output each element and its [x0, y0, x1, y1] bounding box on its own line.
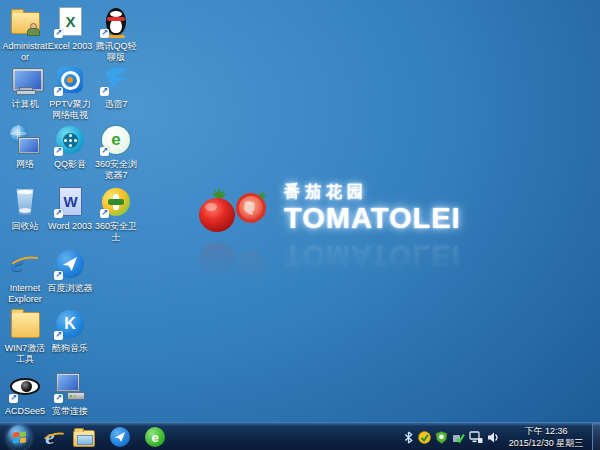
- recycle-bin-icon: [15, 189, 35, 215]
- show-desktop-button[interactable]: [592, 423, 600, 450]
- icon-label: 百度浏览器: [47, 283, 93, 294]
- tomatoes-icon: [196, 178, 272, 238]
- icon-label: Excel 2003: [47, 41, 93, 52]
- start-button[interactable]: [7, 425, 31, 449]
- desktop-icon-360-safe[interactable]: 360安全卫士: [93, 186, 139, 243]
- desktop-icon-broadband-connection[interactable]: 宽带连接: [47, 371, 93, 417]
- icon-label: Administrator: [2, 41, 48, 63]
- desktop-icon-baidu-browser[interactable]: 百度浏览器: [47, 248, 93, 294]
- desktop-icon-kugou-music[interactable]: K 酷狗音乐: [47, 308, 93, 354]
- network-tray-icon[interactable]: [469, 431, 483, 444]
- desktop-icon-qq-player[interactable]: QQ影音: [47, 124, 93, 170]
- 360-browser-icon: e: [145, 427, 165, 447]
- clock-date: 2015/12/30 星期三: [504, 437, 588, 449]
- logo-reflection: 番茄花园 TOMATOLEI: [196, 236, 461, 296]
- word-w-glyph: W: [63, 193, 77, 210]
- shortcut-arrow-icon: [100, 209, 109, 218]
- icon-label: QQ影音: [47, 159, 93, 170]
- ie-icon: e: [45, 425, 54, 450]
- desktop-icon-360-browser-7[interactable]: e 360安全浏览器7: [93, 124, 139, 181]
- tomato-garden-logo: 番茄花园 TOMATOLEI 番茄花园 TOMATOLEI: [196, 178, 461, 296]
- shortcut-arrow-icon: [54, 271, 63, 280]
- audio-device-tray-icon[interactable]: [452, 431, 465, 444]
- desktop-icon-word-2003[interactable]: W Word 2003: [47, 186, 93, 232]
- user-icon: [27, 23, 38, 36]
- folder-icon: [73, 430, 95, 447]
- desktop-icon-win7-activator[interactable]: WIN7激活工具: [2, 308, 48, 365]
- modem-icon: [67, 392, 85, 400]
- desktop-icon-computer[interactable]: 计算机: [2, 64, 48, 110]
- icon-label: 迅雷7: [93, 99, 139, 110]
- taskbar: e e: [0, 422, 600, 450]
- logo-chinese-title: 番茄花园: [284, 182, 461, 203]
- icon-label: 网络: [2, 159, 48, 170]
- windows-orb-icon: [7, 425, 31, 450]
- icon-label: 腾讯QQ轻聊版: [93, 41, 139, 63]
- qq-belly: [110, 19, 122, 33]
- desktop-icon-thunder7[interactable]: 迅雷7: [93, 64, 139, 110]
- desktop-icon-pptv[interactable]: PPTV聚力网络电视: [47, 64, 93, 121]
- icon-label: 360安全卫士: [93, 221, 139, 243]
- monitor-foot: [16, 90, 36, 95]
- logo-english-title: TOMATOLEI: [284, 203, 461, 233]
- icon-label: 酷狗音乐: [47, 343, 93, 354]
- desktop-icon-recycle-bin[interactable]: 回收站: [2, 186, 48, 232]
- shortcut-arrow-icon: [54, 87, 63, 96]
- icon-label: WIN7激活工具: [2, 343, 48, 365]
- icon-label: 计算机: [2, 99, 48, 110]
- security-shield-tray-icon[interactable]: [435, 431, 448, 444]
- qq-feet: [107, 35, 125, 38]
- icon-label: PPTV聚力网络电视: [47, 99, 93, 121]
- icon-label: 360安全浏览器7: [93, 159, 139, 181]
- system-tray: [403, 423, 500, 450]
- shortcut-arrow-icon: [54, 29, 63, 38]
- desktop-icon-network[interactable]: 网络: [2, 124, 48, 170]
- browser-e-glyph: e: [111, 130, 120, 150]
- desktop-icon-internet-explorer[interactable]: e Internet Explorer: [2, 248, 48, 305]
- bluetooth-icon[interactable]: [403, 431, 414, 444]
- folder-icon: [11, 312, 40, 338]
- antivirus-tray-icon[interactable]: [418, 431, 431, 444]
- shortcut-arrow-icon: [100, 147, 109, 156]
- taskbar-360-browser[interactable]: e: [143, 425, 167, 449]
- browser-e-glyph: e: [151, 430, 158, 445]
- taskbar-windows-explorer[interactable]: [72, 425, 96, 449]
- icon-label: ACDSee5: [2, 406, 48, 417]
- desktop-background[interactable]: Administrator X Excel 2003 腾讯QQ轻聊版 计算机 P…: [0, 0, 600, 450]
- shortcut-arrow-icon: [54, 209, 63, 218]
- baidu-browser-icon: [110, 427, 130, 447]
- shortcut-arrow-icon: [54, 394, 63, 403]
- taskbar-clock[interactable]: 下午 12:36 2015/12/30 星期三: [504, 425, 588, 449]
- icon-label: 宽带连接: [47, 406, 93, 417]
- clock-time: 下午 12:36: [504, 425, 588, 437]
- excel-x-glyph: X: [65, 13, 75, 30]
- desktop-icon-excel-2003[interactable]: X Excel 2003: [47, 6, 93, 52]
- taskbar-internet-explorer[interactable]: e: [38, 425, 62, 449]
- qq-scarf: [107, 17, 125, 21]
- shortcut-arrow-icon: [100, 29, 109, 38]
- shortcut-arrow-icon: [54, 331, 63, 340]
- volume-tray-icon[interactable]: [487, 431, 500, 444]
- desktop-icon-administrator-folder[interactable]: Administrator: [2, 6, 48, 63]
- monitor-icon: [56, 373, 80, 392]
- taskbar-baidu-browser[interactable]: [108, 425, 132, 449]
- kugou-k-glyph: K: [64, 315, 76, 333]
- desktop-icon-acdsee5[interactable]: ACDSee5: [2, 371, 48, 417]
- icon-label: Internet Explorer: [2, 283, 48, 305]
- monitor-icon: [18, 137, 40, 154]
- shortcut-arrow-icon: [9, 394, 18, 403]
- icon-label: Word 2003: [47, 221, 93, 232]
- desktop-icon-tencent-qq[interactable]: 腾讯QQ轻聊版: [93, 6, 139, 63]
- icon-label: 回收站: [2, 221, 48, 232]
- shortcut-arrow-icon: [100, 87, 109, 96]
- shortcut-arrow-icon: [54, 147, 63, 156]
